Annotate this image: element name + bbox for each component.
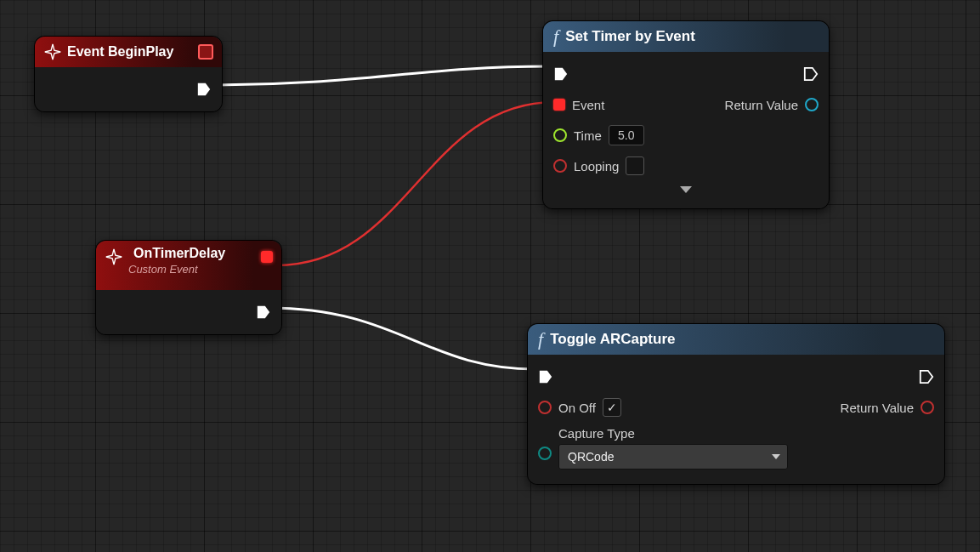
return-value-out-pin[interactable] xyxy=(921,401,934,414)
exec-in-pin[interactable] xyxy=(553,66,569,82)
onoff-checkbox[interactable]: ✓ xyxy=(603,398,621,417)
node-title: Toggle ARCapture xyxy=(550,331,675,348)
exec-in-pin[interactable] xyxy=(538,369,553,384)
onoff-in-pin[interactable] xyxy=(538,401,552,414)
node-title: OnTimerDelay xyxy=(133,246,261,261)
blueprint-graph-canvas[interactable]: Event BeginPlay OnTimerDelay Custom Even… xyxy=(0,0,980,552)
capturetype-dropdown-value: QRCode xyxy=(568,450,614,464)
delegate-pin[interactable] xyxy=(198,44,213,60)
capturetype-dropdown[interactable]: QRCode xyxy=(558,444,788,469)
pin-label-time: Time xyxy=(574,128,602,143)
node-title: Set Timer by Event xyxy=(565,28,695,45)
time-input[interactable]: 5.0 xyxy=(609,125,644,145)
node-header[interactable]: Event BeginPlay xyxy=(35,37,222,67)
pin-label-returnvalue: Return Value xyxy=(725,98,798,112)
pin-label-returnvalue: Return Value xyxy=(841,401,914,415)
exec-out-pin[interactable] xyxy=(196,82,212,97)
event-delegate-in-pin[interactable] xyxy=(553,99,565,111)
event-icon xyxy=(105,248,123,266)
node-subtitle: Custom Event xyxy=(128,263,261,276)
time-in-pin[interactable] xyxy=(553,128,567,142)
return-value-out-pin[interactable] xyxy=(805,98,819,111)
exec-out-pin[interactable] xyxy=(919,369,934,384)
looping-checkbox[interactable] xyxy=(626,156,644,175)
event-icon xyxy=(43,43,62,61)
node-event-ontimerdelay[interactable]: OnTimerDelay Custom Event xyxy=(95,240,282,335)
function-icon: f xyxy=(553,26,558,48)
capturetype-in-pin[interactable] xyxy=(538,447,552,460)
node-header[interactable]: OnTimerDelay Custom Event xyxy=(96,241,281,290)
exec-out-pin[interactable] xyxy=(803,66,819,82)
pin-label-capturetype: Capture Type xyxy=(558,426,788,441)
node-func-settimerbyevent[interactable]: f Set Timer by Event Event xyxy=(542,20,830,209)
exec-out-pin[interactable] xyxy=(256,304,271,320)
pin-label-onoff: On Off xyxy=(558,401,596,415)
expand-node-button[interactable] xyxy=(680,186,692,193)
node-func-togglearcapture[interactable]: f Toggle ARCapture On Off xyxy=(527,323,945,485)
delegate-out-pin[interactable] xyxy=(261,251,273,263)
node-header[interactable]: f Toggle ARCapture xyxy=(528,324,944,355)
node-title: Event BeginPlay xyxy=(67,44,198,60)
pin-label-looping: Looping xyxy=(574,159,619,174)
node-header[interactable]: f Set Timer by Event xyxy=(543,21,829,52)
pin-label-event: Event xyxy=(572,98,604,112)
chevron-down-icon xyxy=(772,454,780,459)
looping-in-pin[interactable] xyxy=(553,159,567,173)
node-event-beginplay[interactable]: Event BeginPlay xyxy=(34,36,223,112)
function-icon: f xyxy=(538,328,543,350)
